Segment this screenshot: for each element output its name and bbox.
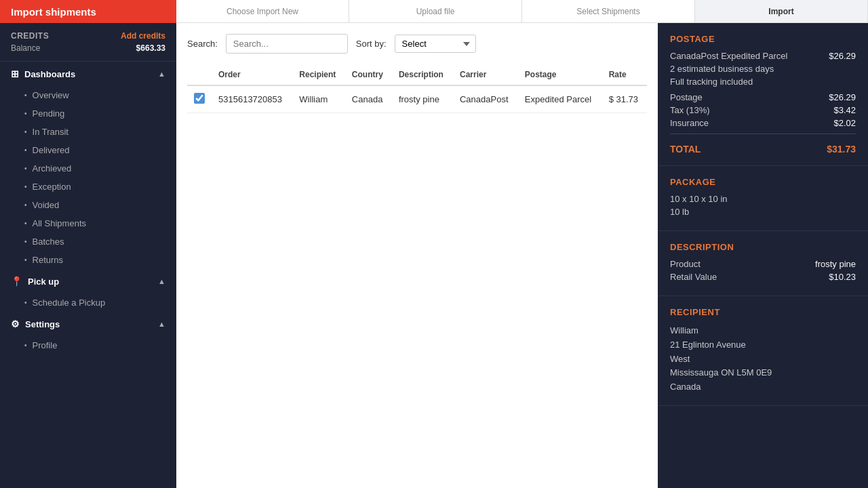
description-title: DESCRIPTION — [670, 242, 856, 252]
import-shipments-button[interactable]: Import shipments — [0, 0, 176, 23]
wizard-step-upload[interactable]: Upload file — [349, 0, 522, 22]
sidebar-item-archieved[interactable]: Archieved — [0, 159, 176, 178]
package-dimensions: 10 x 10 x 10 in — [670, 194, 856, 204]
dashboards-items: Overview Pending In Transit Delivered Ar… — [0, 86, 176, 269]
search-label: Search: — [187, 39, 218, 49]
insurance-key: Insurance — [670, 118, 709, 128]
settings-items: Profile — [0, 336, 176, 354]
sidebar-item-voided[interactable]: Voided — [0, 196, 176, 214]
total-label: TOTAL — [670, 144, 701, 155]
retail-key: Retail Value — [670, 272, 717, 282]
shipments-table: Order Recipient Country Description Carr… — [187, 64, 647, 113]
row-checkbox[interactable] — [194, 93, 205, 104]
col-rate: Rate — [602, 64, 647, 85]
settings-icon: ⚙ — [11, 319, 20, 329]
row-order: 5315613720853 — [212, 85, 292, 113]
postage-key: Postage — [670, 92, 703, 102]
sidebar-item-overview[interactable]: Overview — [0, 86, 176, 104]
insurance-val: $2.02 — [833, 118, 856, 128]
sidebar-group-dashboards[interactable]: ⊞ Dashboards ▲ — [0, 62, 176, 86]
sidebar-item-in-transit[interactable]: In Transit — [0, 123, 176, 141]
row-description: frosty pine — [392, 85, 453, 113]
sidebar: Import shipments CREDITS Add credits Bal… — [0, 0, 176, 488]
balance-label: Balance — [11, 43, 40, 53]
package-weight: 10 lb — [670, 207, 856, 217]
settings-chevron: ▲ — [158, 320, 165, 328]
wizard-bar: Choose Import New Upload file Select Shi… — [176, 0, 868, 23]
row-checkbox-cell[interactable] — [187, 85, 212, 113]
carrier-row: CanadaPost Expedited Parcel $26.29 — [670, 51, 856, 61]
recipient-country: Canada — [670, 380, 856, 394]
search-input[interactable] — [226, 34, 348, 54]
insurance-row: Insurance $2.02 — [670, 118, 856, 128]
col-checkbox — [187, 64, 212, 85]
dashboards-icon: ⊞ — [11, 68, 19, 79]
pickup-chevron: ▲ — [158, 277, 165, 285]
row-country: Canada — [345, 85, 392, 113]
col-carrier: Carrier — [453, 64, 518, 85]
retail-val: $10.23 — [829, 272, 856, 282]
search-sort-bar: Search: Sort by: Select Order Recipient … — [187, 34, 647, 54]
sort-select[interactable]: Select Order Recipient Country Descripti… — [395, 35, 476, 53]
col-description: Description — [392, 64, 453, 85]
dashboards-chevron: ▲ — [158, 70, 165, 78]
recipient-section: RECIPIENT William 21 Eglinton Avenue Wes… — [658, 296, 868, 406]
sidebar-item-profile[interactable]: Profile — [0, 336, 176, 354]
sidebar-item-returns[interactable]: Returns — [0, 251, 176, 269]
sidebar-nav: ⊞ Dashboards ▲ Overview Pending In Trans… — [0, 62, 176, 488]
sidebar-item-all-shipments[interactable]: All Shipments — [0, 214, 176, 232]
sidebar-item-schedule-pickup[interactable]: Schedule a Pickup — [0, 293, 176, 312]
postage-val: $26.29 — [829, 92, 856, 102]
recipient-city-province: Mississauga ON L5M 0E9 — [670, 366, 856, 380]
row-rate: $ 31.73 — [602, 85, 647, 113]
col-order: Order — [212, 64, 292, 85]
postage-title: POSTAGE — [670, 34, 856, 44]
main-content: Choose Import New Upload file Select Shi… — [176, 0, 868, 488]
pickup-items: Schedule a Pickup — [0, 293, 176, 312]
tax-val: $3.42 — [833, 105, 856, 115]
dashboards-label: Dashboards — [24, 69, 75, 79]
wizard-step-import[interactable]: Import — [695, 0, 868, 22]
row-recipient: William — [292, 85, 344, 113]
sidebar-group-pickup[interactable]: 📍 Pick up ▲ — [0, 269, 176, 293]
wizard-step-choose[interactable]: Choose Import New — [176, 0, 349, 22]
sidebar-group-settings[interactable]: ⚙ Settings ▲ — [0, 312, 176, 336]
detail-panel: POSTAGE CanadaPost Expedited Parcel $26.… — [658, 23, 868, 488]
total-value: $31.73 — [827, 144, 856, 155]
credits-section: CREDITS Add credits Balance $663.33 — [0, 23, 176, 62]
sort-label: Sort by: — [356, 39, 387, 49]
table-section: Search: Sort by: Select Order Recipient … — [176, 23, 658, 488]
col-postage: Postage — [518, 64, 602, 85]
product-key: Product — [670, 259, 701, 269]
retail-row: Retail Value $10.23 — [670, 272, 856, 282]
add-credits-link[interactable]: Add credits — [121, 31, 165, 41]
tax-row: Tax (13%) $3.42 — [670, 105, 856, 115]
tracking-included: Full tracking included — [670, 77, 856, 87]
package-title: PACKAGE — [670, 177, 856, 187]
business-days: 2 estimated business days — [670, 64, 856, 74]
credits-label: CREDITS — [11, 31, 49, 41]
col-recipient: Recipient — [292, 64, 344, 85]
sidebar-item-exception[interactable]: Exception — [0, 178, 176, 196]
row-postage: Expedited Parcel — [518, 85, 602, 113]
row-carrier: CanadaPost — [453, 85, 518, 113]
recipient-address1: 21 Eglinton Avenue — [670, 338, 856, 352]
content-area: Search: Sort by: Select Order Recipient … — [176, 23, 868, 488]
col-country: Country — [345, 64, 392, 85]
tax-key: Tax (13%) — [670, 105, 710, 115]
carrier-price: $26.29 — [829, 51, 856, 61]
total-row: TOTAL $31.73 — [670, 144, 856, 155]
recipient-title: RECIPIENT — [670, 307, 856, 317]
sidebar-item-batches[interactable]: Batches — [0, 232, 176, 251]
wizard-step-select[interactable]: Select Shipments — [522, 0, 695, 22]
product-val: frosty pine — [815, 259, 856, 269]
postage-row: Postage $26.29 — [670, 92, 856, 102]
settings-label: Settings — [25, 319, 60, 329]
sidebar-item-delivered[interactable]: Delivered — [0, 141, 176, 159]
sidebar-item-pending[interactable]: Pending — [0, 104, 176, 123]
package-section: PACKAGE 10 x 10 x 10 in 10 lb — [658, 166, 868, 231]
recipient-address2: West — [670, 352, 856, 367]
description-section: DESCRIPTION Product frosty pine Retail V… — [658, 231, 868, 296]
table-row: 5315613720853 William Canada frosty pine… — [187, 85, 647, 113]
postage-section: POSTAGE CanadaPost Expedited Parcel $26.… — [658, 23, 868, 166]
